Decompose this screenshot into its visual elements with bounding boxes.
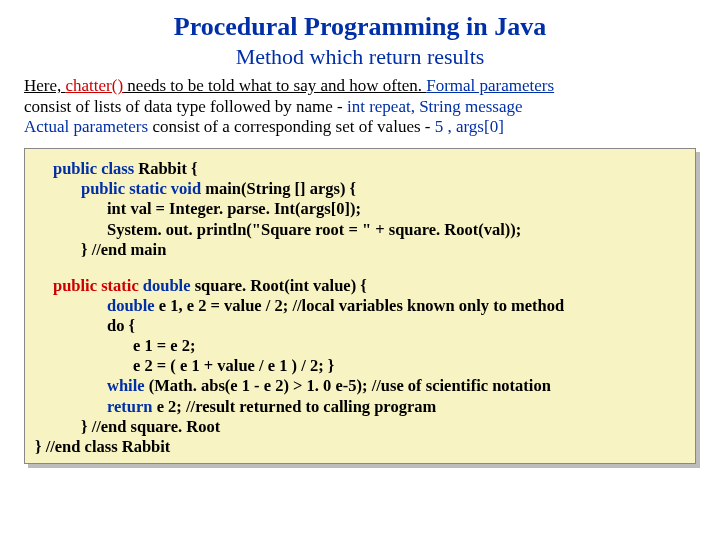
slide-title: Procedural Programming in Java: [24, 12, 696, 42]
code-text: e 1, e 2 = value / 2; //local variables …: [155, 296, 565, 315]
kw-public-class: public class: [53, 159, 134, 178]
kw-double: double: [107, 296, 155, 315]
code-text: } //end class Rabbit: [35, 437, 170, 456]
code-text: int val = Integer. parse. Int(args[0]);: [107, 199, 361, 218]
code-text: Rabbit {: [134, 159, 197, 178]
code-text: e 1 = e 2;: [133, 336, 196, 355]
code-text: do {: [107, 316, 135, 335]
code-text: (Math. abs(e 1 - e 2) > 1. 0 e-5); //use…: [145, 376, 551, 395]
code-text: main(String [] args) {: [201, 179, 356, 198]
kw-method-sig: public static void: [81, 179, 201, 198]
code-text: } //end main: [81, 240, 166, 259]
kw-public-static: public static: [53, 276, 143, 295]
code-text: e 2; //result returned to calling progra…: [153, 397, 437, 416]
slide-subtitle: Method which return results: [24, 44, 696, 70]
intro-text: needs to be told what to say and how oft…: [123, 76, 426, 95]
code-text: System. out. println("Square root = " + …: [107, 220, 521, 239]
intro-example-actual: 5 , args[0]: [435, 117, 504, 136]
code-text: e 2 = ( e 1 + value / e 1 ) / 2; }: [133, 356, 334, 375]
code-text: square. Root(int value) {: [191, 276, 367, 295]
intro-text: consist of lists of data type followed b…: [24, 97, 347, 116]
intro-text: Here,: [24, 76, 66, 95]
intro-example-formal: int repeat, String message: [347, 97, 523, 116]
kw-double: double: [143, 276, 191, 295]
intro-text: consist of a corresponding set of values…: [148, 117, 435, 136]
intro-paragraph: Here, chatter() needs to be told what to…: [24, 76, 696, 138]
kw-return: return: [107, 397, 153, 416]
kw-while: while: [107, 376, 145, 395]
intro-chatter: chatter(): [66, 76, 124, 95]
intro-actual-params: Actual parameters: [24, 117, 148, 136]
code-text: } //end square. Root: [81, 417, 220, 436]
intro-formal-params: Formal parameters: [426, 76, 554, 95]
code-block: public class Rabbit { public static void…: [24, 148, 696, 464]
